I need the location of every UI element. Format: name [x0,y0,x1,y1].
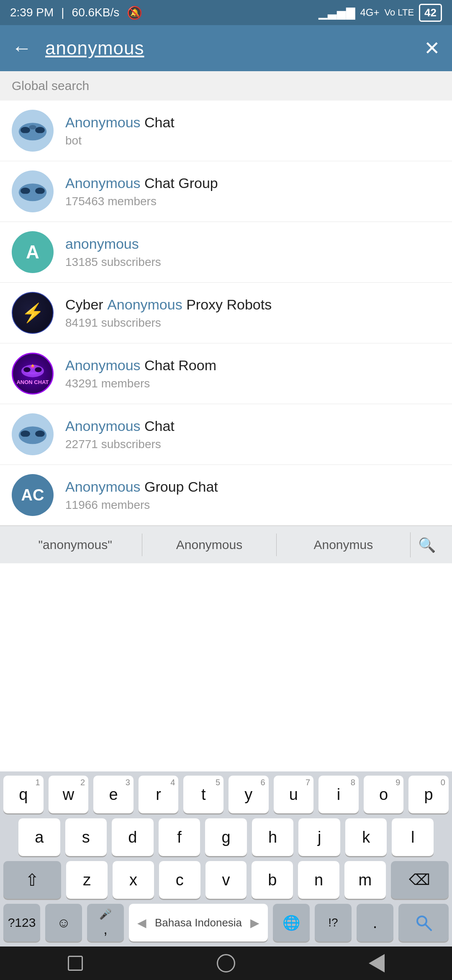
result-info: Cyber Anonymous Proxy Robots 84191 subsc… [65,297,440,330]
result-item[interactable]: ⚡ Cyber Anonymous Proxy Robots 84191 sub… [0,283,452,343]
result-item[interactable]: A anonymous 13185 subscribers [0,222,452,283]
result-name: Anonymous Group Chat [65,479,440,495]
svg-point-9 [35,367,42,372]
result-info: Anonymous Chat Room 43291 members [65,357,440,390]
key-c[interactable]: c [159,861,200,899]
result-sub: 84191 subscribers [65,316,440,330]
avatar [12,413,54,455]
nav-square-button[interactable] [63,951,88,976]
key-x[interactable]: x [113,861,154,899]
avatar [12,110,54,152]
key-k[interactable]: k [345,818,387,856]
result-info: Anonymous Chat Group 175463 members [65,175,440,208]
keyboard-row-3: ⇧ z x c v b n m ⌫ [0,861,452,899]
backspace-key[interactable]: ⌫ [391,861,449,899]
result-item[interactable]: AC Anonymous Group Chat 11966 members [0,465,452,526]
autocomplete-item-3[interactable]: Anonymus [277,534,410,556]
result-name: Anonymous Chat [65,114,440,131]
key-p[interactable]: 0p [408,776,449,813]
key-h[interactable]: h [252,818,294,856]
result-sub: 22771 subscribers [65,438,440,451]
keyboard-row-2: a s d f g h j k l [0,818,452,856]
key-r[interactable]: 4r [139,776,179,813]
svg-point-13 [21,430,30,437]
key-e[interactable]: 3e [93,776,134,813]
left-arrow-icon: ◀ [137,916,146,930]
autocomplete-bar: "anonymous" Anonymous Anonymus 🔍 [0,526,452,563]
nav-back-button[interactable] [364,951,389,976]
space-key[interactable]: ◀ Bahasa Indonesia ▶ [129,904,268,941]
punct-key[interactable]: !? [315,904,352,941]
time: 2:39 PM [10,6,54,19]
triangle-icon [369,954,385,972]
result-sub: bot [65,134,440,147]
key-i[interactable]: 8i [318,776,359,813]
result-info: Anonymous Chat bot [65,114,440,147]
result-sub: 11966 members [65,498,440,512]
autocomplete-item-2[interactable]: Anonymous [142,534,276,556]
svg-point-5 [21,187,30,194]
comma-key[interactable]: 🎤 , [87,904,124,941]
svg-line-16 [425,924,431,930]
result-name: Anonymous Chat Room [65,357,440,374]
result-item[interactable]: ANON CHAT Anonymous Chat Room 43291 memb… [0,343,452,404]
key-z[interactable]: z [66,861,108,899]
key-d[interactable]: d [112,818,154,856]
key-n[interactable]: n [298,861,339,899]
result-item[interactable]: Anonymous Chat 22771 subscribers [0,404,452,465]
vo-lte-icon: Vo LTE [385,7,414,18]
globe-key[interactable]: 🌐 [273,904,310,941]
key-t[interactable]: 5t [183,776,223,813]
result-info: Anonymous Chat 22771 subscribers [65,418,440,451]
key-f[interactable]: f [159,818,200,856]
back-button[interactable]: ← [12,38,32,58]
result-name: Anonymous Chat Group [65,175,440,191]
key-a[interactable]: a [18,818,60,856]
key-m[interactable]: m [344,861,386,899]
result-info: anonymous 13185 subscribers [65,236,440,269]
result-sub: 13185 subscribers [65,255,440,269]
key-w[interactable]: 2w [49,776,89,813]
close-button[interactable]: ✕ [424,37,440,59]
key-b[interactable]: b [252,861,293,899]
result-sub: 175463 members [65,195,440,208]
search-icon: 🔍 [418,537,436,553]
key-g[interactable]: g [205,818,247,856]
status-bar: 2:39 PM | 60.6KB/s 🔕 ▁▃▅▇ 4G+ Vo LTE 42 [0,0,452,25]
autocomplete-search-icon[interactable]: 🔍 [410,532,444,557]
avatar [12,170,54,212]
key-q[interactable]: 1q [3,776,44,813]
language-label: Bahasa Indonesia [155,916,242,929]
period-key[interactable]: . [357,904,393,941]
keyboard: 1q 2w 3e 4r 5t 6y 7u 8i 9o 0p a s d f g … [0,771,452,946]
autocomplete-item-1[interactable]: "anonymous" [8,534,142,556]
search-input[interactable]: anonymous [45,38,411,59]
key-y[interactable]: 6y [229,776,269,813]
result-name: Anonymous Chat [65,418,440,434]
search-header: ← anonymous ✕ [0,25,452,71]
avatar: ⚡ [12,292,54,334]
svg-point-14 [35,430,45,437]
key-u[interactable]: 7u [274,776,314,813]
circle-icon [217,954,235,972]
status-right: ▁▃▅▇ 4G+ Vo LTE 42 [318,4,442,22]
nav-home-button[interactable] [213,951,239,976]
square-icon [68,956,83,971]
emoji-key[interactable]: ☺ [45,904,82,941]
result-item[interactable]: Anonymous Chat Group 175463 members [0,161,452,222]
key-j[interactable]: j [298,818,340,856]
numeric-key[interactable]: ?123 [3,904,40,941]
shift-key[interactable]: ⇧ [3,861,61,899]
right-arrow-icon: ▶ [250,916,259,930]
key-s[interactable]: s [65,818,107,856]
enter-search-key[interactable] [398,904,449,941]
result-item[interactable]: Anonymous Chat bot [0,101,452,161]
global-search-label: Global search [0,71,452,101]
svg-point-2 [35,126,45,133]
battery-level: 42 [424,6,437,19]
key-o[interactable]: 9o [364,776,404,813]
speed: 60.6KB/s [72,6,120,19]
keyboard-row-bottom: ?123 ☺ 🎤 , ◀ Bahasa Indonesia ▶ 🌐 !? . [0,904,452,941]
key-v[interactable]: v [205,861,247,899]
key-l[interactable]: l [392,818,434,856]
